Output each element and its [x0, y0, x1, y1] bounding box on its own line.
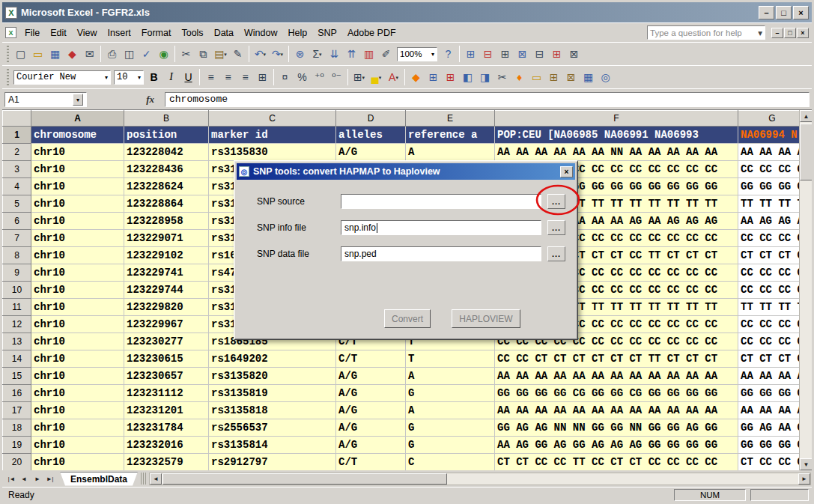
- row-header-20[interactable]: 20: [3, 454, 31, 471]
- close-button[interactable]: ×: [793, 6, 809, 19]
- cell-A17[interactable]: chr10: [31, 402, 124, 419]
- cell-B10[interactable]: 123229744: [124, 282, 209, 299]
- row-header-5[interactable]: 5: [3, 195, 31, 213]
- cell-B9[interactable]: 123229741: [124, 264, 209, 282]
- dialog-close-icon[interactable]: ×: [560, 166, 573, 177]
- cell-G12[interactable]: CC CC CC C: [738, 316, 807, 333]
- copy-icon[interactable]: ⧉: [195, 46, 212, 62]
- cell-A15[interactable]: chr10: [31, 368, 124, 385]
- cell-G18[interactable]: GG AG AA G: [738, 419, 807, 437]
- name-box[interactable]: A1 ▾: [4, 92, 87, 107]
- horizontal-scrollbar[interactable]: ◄ ►: [149, 473, 811, 485]
- snp-import-left-icon[interactable]: ⊞: [425, 69, 442, 85]
- row-header-12[interactable]: 12: [3, 316, 31, 333]
- italic-icon[interactable]: I: [163, 69, 180, 85]
- custom-grid-6-icon[interactable]: ⊞: [548, 46, 565, 62]
- paste-icon[interactable]: ▤▾: [212, 46, 229, 62]
- zoom-select[interactable]: 100%▾: [397, 47, 437, 61]
- cell-G15[interactable]: AA AA AA A: [738, 368, 807, 385]
- row-header-15[interactable]: 15: [3, 368, 31, 385]
- column-header-E[interactable]: E: [406, 111, 495, 127]
- cell-F16[interactable]: GG GG GG GG CG GG GG CG GG GG GG GG: [495, 385, 738, 402]
- haploview-button[interactable]: HAPLOVIEW: [452, 309, 520, 328]
- row-header-3[interactable]: 3: [3, 161, 31, 178]
- tab-scroll-first-button[interactable]: |◀: [4, 472, 17, 485]
- snp-data-file-input[interactable]: snp.ped: [341, 246, 541, 261]
- cell-G20[interactable]: CT CC CC C: [738, 454, 807, 471]
- cell-B20[interactable]: 123232579: [124, 454, 209, 471]
- cell-F1[interactable]: POP:CEU [NA06985 NA06991 NA06993: [495, 127, 738, 144]
- custom-grid-4-icon[interactable]: ⊠: [514, 46, 531, 62]
- font-name-select[interactable]: Courier New ▾: [13, 70, 111, 85]
- column-header-B[interactable]: B: [124, 111, 209, 127]
- snp-diamond-icon[interactable]: ◆: [407, 69, 425, 85]
- snp-split-right-icon[interactable]: ◨: [476, 69, 493, 85]
- cell-D17[interactable]: A/G: [336, 402, 406, 419]
- cell-D15[interactable]: A/G: [336, 368, 406, 385]
- cell-D1[interactable]: alleles: [336, 127, 406, 144]
- sort-descending-icon[interactable]: ⇈: [343, 46, 360, 62]
- cell-A16[interactable]: chr10: [31, 385, 124, 402]
- sort-ascending-icon[interactable]: ⇊: [326, 46, 343, 62]
- sheet-tab-ensembldata[interactable]: EnsemblData: [60, 472, 138, 486]
- bold-icon[interactable]: B: [145, 69, 163, 85]
- snp-marker-icon[interactable]: ♦: [511, 69, 528, 85]
- cell-C15[interactable]: rs3135820: [209, 368, 336, 385]
- align-center-icon[interactable]: ≡: [219, 69, 237, 85]
- row-header-13[interactable]: 13: [3, 333, 31, 350]
- row-header-16[interactable]: 16: [3, 385, 31, 402]
- scroll-up-icon[interactable]: ▲: [800, 110, 812, 122]
- cell-A19[interactable]: chr10: [31, 437, 124, 454]
- cell-D16[interactable]: A/G: [336, 385, 406, 402]
- cell-C17[interactable]: rs3135818: [209, 402, 336, 419]
- tab-split-handle[interactable]: [141, 473, 146, 485]
- cell-A12[interactable]: chr10: [31, 316, 124, 333]
- insert-hyperlink-icon[interactable]: ⊛: [291, 46, 309, 62]
- cell-A9[interactable]: chr10: [31, 264, 124, 282]
- cell-E2[interactable]: A: [406, 144, 495, 161]
- cell-G8[interactable]: CT CT CT C: [738, 247, 807, 264]
- cell-G5[interactable]: TT TT TT T: [738, 195, 807, 213]
- row-header-4[interactable]: 4: [3, 178, 31, 195]
- menu-edit[interactable]: Edit: [45, 25, 72, 40]
- cell-E16[interactable]: G: [406, 385, 495, 402]
- decrease-decimal-icon[interactable]: ⁰⁻: [328, 69, 345, 85]
- row-header-1[interactable]: 1: [3, 127, 31, 144]
- cell-B5[interactable]: 123228864: [124, 195, 209, 213]
- cell-G17[interactable]: AA AA AA A: [738, 402, 807, 419]
- custom-grid-5-icon[interactable]: ⊟: [531, 46, 548, 62]
- snp-split-left-icon[interactable]: ◧: [459, 69, 476, 85]
- drawing-icon[interactable]: ✐: [377, 46, 395, 62]
- snp-scissors-icon[interactable]: ✂: [493, 69, 511, 85]
- cell-G16[interactable]: GG GG GG G: [738, 385, 807, 402]
- cell-B16[interactable]: 123231112: [124, 385, 209, 402]
- cell-A3[interactable]: chr10: [31, 161, 124, 178]
- snp-table-1-icon[interactable]: ⊞: [545, 69, 562, 85]
- cell-G13[interactable]: CC CC CC C: [738, 333, 807, 350]
- snp-folder-icon[interactable]: ▭: [528, 69, 545, 85]
- fill-color-icon[interactable]: ▄▾: [368, 69, 385, 85]
- underline-icon[interactable]: U: [180, 69, 197, 85]
- cell-A20[interactable]: chr10: [31, 454, 124, 471]
- row-header-2[interactable]: 2: [3, 144, 31, 161]
- question-box[interactable]: Type a question for help ▾: [647, 25, 765, 40]
- cell-A2[interactable]: chr10: [31, 144, 124, 161]
- column-header-A[interactable]: A: [31, 111, 124, 127]
- cut-icon[interactable]: ✂: [177, 46, 195, 62]
- row-header-9[interactable]: 9: [3, 264, 31, 282]
- borders-icon[interactable]: ⊞▾: [350, 69, 368, 85]
- workbook-restore-button[interactable]: □: [784, 28, 796, 38]
- menu-adobe-pdf[interactable]: Adobe PDF: [342, 25, 401, 40]
- cell-B15[interactable]: 123230657: [124, 368, 209, 385]
- column-header-D[interactable]: D: [336, 111, 406, 127]
- snp-source-browse-button[interactable]: ...: [547, 194, 565, 209]
- cell-A5[interactable]: chr10: [31, 195, 124, 213]
- cell-A13[interactable]: chr10: [31, 333, 124, 350]
- row-header-19[interactable]: 19: [3, 437, 31, 454]
- cell-B13[interactable]: 123230277: [124, 333, 209, 350]
- align-left-icon[interactable]: ≡: [202, 69, 219, 85]
- insert-function-icon[interactable]: fx: [146, 94, 154, 106]
- menu-insert[interactable]: Insert: [103, 25, 136, 40]
- scroll-down-icon[interactable]: ▼: [800, 458, 812, 470]
- help-icon[interactable]: ?: [440, 46, 457, 62]
